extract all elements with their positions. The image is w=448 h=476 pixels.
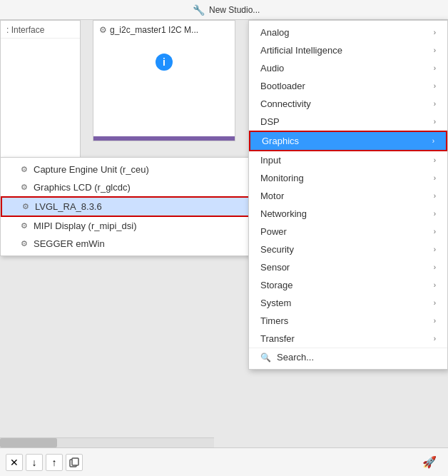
menu-item-bootloader[interactable]: Bootloader › [249, 77, 447, 95]
menu-item-bootloader-arrow: › [434, 82, 436, 90]
menu-item-transfer-label: Transfer [260, 333, 434, 344]
menu-item-dsp-label: DSP [260, 116, 434, 127]
top-bar: 🔧 New Studio... [0, 0, 448, 20]
lvgl-label: LVGL_RA_8.3.6 [35, 201, 102, 212]
interface-panel: : Interface [0, 20, 81, 163]
graphics-lcd-label: Graphics LCD (r_glcdc) [34, 182, 131, 193]
menu-item-connectivity[interactable]: Connectivity › [249, 95, 447, 113]
i2c-purple-bar [93, 136, 235, 141]
menu-item-ai-arrow: › [434, 46, 436, 54]
search-item[interactable]: 🔍 Search... [249, 348, 447, 366]
menu-item-input-arrow: › [434, 156, 436, 164]
menu-item-power-arrow: › [434, 228, 436, 236]
menu-item-graphics-arrow: › [432, 137, 434, 145]
segger-emwin-label: SEGGER emWin [34, 238, 105, 249]
svg-rect-1 [72, 458, 78, 465]
studio-icon: 🔧 [193, 4, 205, 16]
menu-item-networking[interactable]: Networking › [249, 205, 447, 223]
menu-item-networking-arrow: › [434, 210, 436, 218]
menu-item-transfer-arrow: › [434, 335, 436, 343]
segger-emwin-icon: ⚙ [21, 239, 28, 248]
delete-button[interactable]: ✕ [6, 454, 23, 471]
i2c-header: ⚙ g_i2c_master1 I2C M... [93, 21, 235, 39]
menu-item-audio-label: Audio [260, 63, 434, 74]
menu-item-audio[interactable]: Audio › [249, 59, 447, 77]
menu-item-transfer[interactable]: Transfer › [249, 330, 447, 348]
submenu-item-lvgl[interactable]: ⚙ LVGL_RA_8.3.6 [1, 196, 253, 217]
menu-item-system-label: System [260, 298, 434, 308]
top-bar-title: New Studio... [209, 5, 260, 15]
menu-item-dsp-arrow: › [434, 118, 436, 126]
move-down-button[interactable]: ↓ [26, 454, 43, 471]
menu-item-motor-label: Motor [260, 191, 434, 201]
interface-label: : Interface [1, 21, 80, 39]
capture-engine-icon: ⚙ [21, 165, 28, 174]
menu-item-connectivity-label: Connectivity [260, 98, 434, 109]
menu-item-ai[interactable]: Artificial Intelligence › [249, 41, 447, 59]
submenu-item-capture-engine[interactable]: ⚙ Capture Engine Unit (r_ceu) [1, 161, 253, 178]
menu-item-input[interactable]: Input › [249, 151, 447, 169]
move-up-button[interactable]: ↑ [46, 454, 63, 471]
menu-item-sensor-label: Sensor [260, 262, 434, 273]
menu-item-sensor[interactable]: Sensor › [249, 258, 447, 276]
graphics-submenu: ⚙ Capture Engine Unit (r_ceu) ⚙ Graphics… [0, 157, 253, 256]
menu-item-monitoring-label: Monitoring [260, 173, 434, 183]
menu-item-timers-label: Timers [260, 315, 434, 326]
i2c-gear-icon: ⚙ [99, 25, 107, 35]
menu-item-motor[interactable]: Motor › [249, 187, 447, 205]
search-label: Search... [277, 352, 314, 363]
menu-item-bootloader-label: Bootloader [260, 81, 434, 91]
menu-item-sensor-arrow: › [434, 263, 436, 271]
menu-item-graphics-label: Graphics [262, 136, 432, 146]
submenu-item-graphics-lcd[interactable]: ⚙ Graphics LCD (r_glcdc) [1, 178, 253, 196]
menu-item-graphics[interactable]: Graphics › [249, 131, 447, 151]
scrollbar-thumb[interactable] [0, 438, 57, 447]
menu-item-storage[interactable]: Storage › [249, 276, 447, 294]
menu-item-security-label: Security [260, 244, 434, 255]
menu-item-audio-arrow: › [434, 64, 436, 72]
rocket-icon: 🚀 [422, 455, 437, 469]
menu-item-timers[interactable]: Timers › [249, 312, 447, 330]
copy-icon [69, 457, 79, 467]
menu-item-input-label: Input [260, 155, 434, 166]
menu-item-monitoring[interactable]: Monitoring › [249, 169, 447, 187]
menu-item-power[interactable]: Power › [249, 223, 447, 240]
menu-item-storage-arrow: › [434, 281, 436, 289]
i2c-panel: ⚙ g_i2c_master1 I2C M... i [93, 20, 235, 141]
lvgl-icon: ⚙ [22, 202, 29, 211]
menu-item-system-arrow: › [434, 299, 436, 307]
menu-item-storage-label: Storage [260, 280, 434, 290]
menu-item-analog-label: Analog [260, 27, 434, 38]
copy-button[interactable] [66, 454, 83, 471]
submenu-item-mipi-display[interactable]: ⚙ MIPI Display (r_mipi_dsi) [1, 217, 253, 235]
context-menu: Analog › Artificial Intelligence › Audio… [248, 20, 448, 370]
menu-item-security[interactable]: Security › [249, 240, 447, 258]
info-circle: i [156, 54, 173, 71]
bottom-toolbar: ✕ ↓ ↑ 🚀 [0, 447, 448, 476]
menu-item-dsp[interactable]: DSP › [249, 113, 447, 131]
graphics-lcd-icon: ⚙ [21, 183, 28, 192]
menu-item-analog-arrow: › [434, 29, 436, 36]
search-icon: 🔍 [260, 353, 271, 363]
horizontal-scrollbar[interactable] [0, 437, 214, 447]
i2c-label: g_i2c_master1 I2C M... [110, 25, 198, 35]
menu-item-security-arrow: › [434, 245, 436, 253]
submenu-item-segger-emwin[interactable]: ⚙ SEGGER emWin [1, 235, 253, 253]
menu-item-analog[interactable]: Analog › [249, 24, 447, 41]
menu-item-ai-label: Artificial Intelligence [260, 45, 434, 56]
mipi-display-icon: ⚙ [21, 221, 28, 231]
capture-engine-label: Capture Engine Unit (r_ceu) [34, 164, 149, 175]
menu-item-power-label: Power [260, 226, 434, 237]
menu-item-system[interactable]: System › [249, 294, 447, 312]
menu-item-networking-label: Networking [260, 208, 434, 219]
menu-item-timers-arrow: › [434, 317, 436, 325]
menu-item-motor-arrow: › [434, 192, 436, 200]
menu-item-monitoring-arrow: › [434, 174, 436, 182]
mipi-display-label: MIPI Display (r_mipi_dsi) [34, 221, 136, 231]
menu-item-connectivity-arrow: › [434, 100, 436, 108]
